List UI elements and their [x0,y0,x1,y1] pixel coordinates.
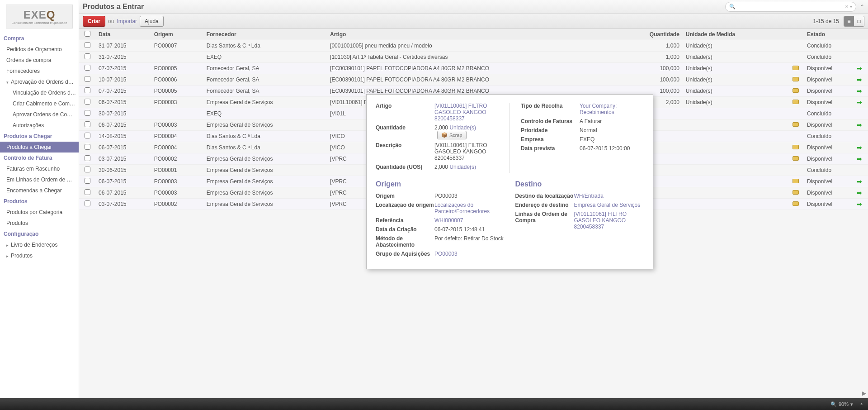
nav-produtos-chegar[interactable]: Produtos a Chegar [0,142,79,153]
table-header-row: Data Origem Fornecedor Artigo Quantidade… [79,29,868,40]
nav-section-compra: Compra [0,33,79,44]
val-tipo[interactable]: Your Company: Recebimentos [580,103,617,115]
row-checkbox[interactable] [85,99,90,105]
status-dot[interactable]: ⚬ [859,401,863,407]
dest-linha-link[interactable]: [VI01L10061] FILTRO GASOLEO KANGOO 82004… [574,211,627,230]
import-link[interactable]: Importar [117,18,137,24]
arrow-right-icon[interactable]: ➡ [857,178,862,185]
page-title: Produtos a Entrar [83,3,144,11]
dest-end-link[interactable]: Empresa Geral de Serviços [574,202,641,208]
lbl-data: Data prevista [521,145,580,152]
collapse-up-icon[interactable]: ⌃ [860,4,864,10]
row-checkbox[interactable] [85,87,90,93]
lbl-pri: Prioridade [521,127,580,133]
package-icon [793,179,799,183]
arrow-right-icon[interactable]: ➡ [857,189,862,196]
row-checkbox[interactable] [85,110,90,116]
view-form-button[interactable]: □ [854,16,864,26]
val-emp: EXEQ [580,136,644,143]
arrow-right-icon[interactable]: ➡ [857,87,862,95]
row-checkbox[interactable] [85,155,90,161]
search-input[interactable] [737,4,844,10]
table-row[interactable]: 31-07-2015EXEQ[101030] Art.1º Tabela Ger… [79,52,868,63]
nav-section-produtos: Produtos [0,196,79,207]
unit-link-uos[interactable]: Unidade(s) [449,164,476,170]
section-origem: Origem [376,180,505,188]
lbl-artigo: Artigo [376,103,434,109]
search-dropdown-icon[interactable]: ▾ [850,4,852,9]
nav-vinculacao[interactable]: Vinculação de Ordens de... [0,87,79,98]
loc-origem-link[interactable]: Localizações do Parceiro/Fornecedores [434,202,490,215]
row-checkbox[interactable] [85,76,90,82]
sidebar: EXEQ Consultoria em Excelência e Qualida… [0,0,79,398]
create-button[interactable]: Criar [83,16,105,27]
row-checkbox[interactable] [85,42,90,48]
arrow-right-icon[interactable]: ➡ [857,65,862,72]
nav-cabimento[interactable]: Criar Cabimento e Compr... [0,98,79,109]
nav-linhas-ordem[interactable]: Em Linhas de Ordem de Co... [0,174,79,185]
nav-fornecedores[interactable]: Fornecedores [0,66,79,76]
view-list-button[interactable]: ≡ [844,16,854,26]
th-supplier[interactable]: Fornecedor [203,29,327,40]
nav-conf-prod[interactable]: ▸Produtos [0,250,79,261]
nav-aprovar[interactable]: Aprovar Ordens de Compra [0,109,79,120]
scroll-right-icon[interactable]: ▶ [862,390,866,396]
row-checkbox[interactable] [85,65,90,71]
th-origin[interactable]: Origem [151,29,203,40]
lbl-desc: Descrição [376,142,434,148]
row-checkbox[interactable] [85,144,90,150]
row-checkbox[interactable] [85,189,90,195]
arrow-right-icon[interactable]: ➡ [857,99,862,106]
box-icon: 📦 [441,132,448,138]
zoom-icon: 🔍 [830,401,837,407]
nav-aprovacao[interactable]: ▾Aprovação de Ordens de Co... [0,76,79,87]
table-row[interactable]: 07-07-2015PO00005Fornecedor Geral, SA[EC… [79,63,868,74]
nav-prod[interactable]: Produtos [0,218,79,229]
th-qty[interactable]: Quantidade [613,29,683,40]
header: Produtos a Entrar 🔍 ✕ ▾ ⌃ [79,0,868,14]
row-checkbox[interactable] [85,133,90,138]
help-button[interactable]: Ajuda [140,16,164,27]
nav-livro[interactable]: ▸Livro de Endereços [0,239,79,250]
dest-loc-link[interactable]: WH/Entrada [574,193,604,199]
scrap-button[interactable]: 📦Scrap [437,131,467,139]
arrow-right-icon[interactable]: ➡ [857,121,862,129]
th-uom[interactable]: Unidade de Medida [683,29,788,40]
nav-autorizacoes[interactable]: Autorizações [0,120,79,131]
row-checkbox[interactable] [85,167,90,172]
row-checkbox[interactable] [85,121,90,127]
table-row[interactable]: 31-07-2015PO00007Dias Santos & C.ª Lda[0… [79,40,868,52]
lbl-emp: Empresa [521,136,580,143]
arrow-right-icon[interactable]: ➡ [857,76,862,83]
arrow-right-icon[interactable]: ➡ [857,155,862,162]
nav-section-ctrl: Controlo de Fatura [0,153,79,163]
arrow-right-icon[interactable]: ➡ [857,144,862,151]
row-checkbox[interactable] [85,178,90,184]
lbl-fat: Controlo de Faturas [521,118,580,124]
grp-link[interactable]: PO00003 [434,251,458,257]
expand-icon: ▾ [6,80,11,85]
ref-link[interactable]: WHI000007 [434,217,463,224]
val-artigo[interactable]: [VI01L10061] FILTRO GASOLEO KANGOO 82004… [434,103,487,122]
row-checkbox[interactable] [85,53,90,59]
select-all-checkbox[interactable] [85,31,90,37]
table-row[interactable]: 10-07-2015PO00006Fornecedor Geral, SA[EC… [79,74,868,86]
th-state[interactable]: Estado [804,29,850,40]
nav-prod-cat[interactable]: Produtos por Categoria [0,207,79,218]
lbl-tipo: Tipo de Recolha [521,103,580,109]
arrow-right-icon[interactable]: ➡ [857,200,862,208]
row-checkbox[interactable] [85,200,90,206]
toolbar: Criar ou Importar Ajuda 1-15 de 15 ≡ □ [79,14,868,29]
search-clear-icon[interactable]: ✕ [845,4,849,9]
zoom-indicator[interactable]: 🔍90%▾ [830,401,853,407]
search-box[interactable]: 🔍 ✕ ▾ [725,2,856,12]
th-date[interactable]: Data [95,29,151,40]
view-toggle: ≡ □ [844,16,864,27]
pager: 1-15 de 15 [813,18,839,24]
th-article[interactable]: Artigo [327,29,613,40]
nav-encomendas[interactable]: Encomendas a Chegar [0,185,79,196]
unit-link[interactable]: Unidade(s) [449,124,476,131]
nav-faturas-rascunho[interactable]: Faturas em Rascunho [0,163,79,174]
nav-pedidos[interactable]: Pedidos de Orçamento [0,44,79,55]
nav-ordens[interactable]: Ordens de compra [0,55,79,66]
